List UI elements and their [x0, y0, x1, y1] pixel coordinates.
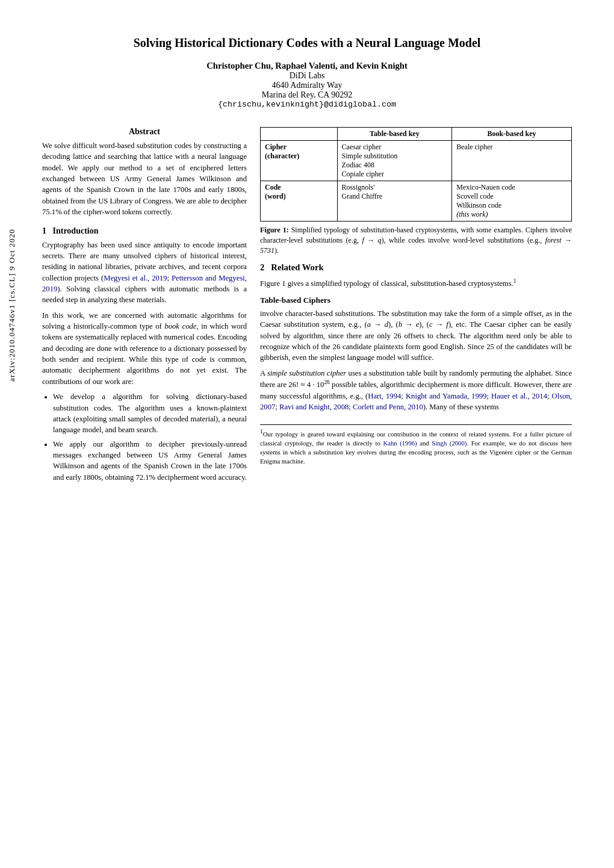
contribution-2: We apply our algorithm to decipher previ…	[53, 439, 247, 483]
table-row-code: Code(word) Rossignols'Grand Chiffre Mexi…	[261, 181, 572, 222]
footnote-ref-1: 1	[513, 278, 516, 284]
institution3: Marina del Rey, CA 90292	[42, 90, 572, 100]
ref-singh2000[interactable]: Singh (2000)	[432, 440, 467, 447]
arxiv-label: arXiv:2010.04746v1 [cs.CL] 9 Oct 2020	[7, 229, 17, 382]
ref-megyesi2019[interactable]: Megyesi et al., 2019	[104, 274, 167, 282]
section2-para1: Figure 1 gives a simplified typology of …	[260, 277, 572, 290]
footnote-area: 1Our typology is geared toward explainin…	[260, 424, 572, 466]
section1-heading: Introduction	[53, 226, 99, 235]
contribution-1: We develop a algorithm for solving dicti…	[53, 391, 247, 435]
classification-table: Table-based key Book-based key Cipher(ch…	[260, 127, 572, 222]
col-header-empty	[261, 128, 338, 141]
right-column: Table-based key Book-based key Cipher(ch…	[260, 127, 572, 487]
email: {chrischu,kevinknight}@didiglobal.com	[42, 100, 572, 109]
col-header-book-key: Book-based key	[452, 128, 572, 141]
section1-para2: In this work, we are concerned with auto…	[42, 310, 247, 388]
subsection-table-ciphers: Table-based Ciphers	[260, 296, 572, 305]
table-row-cipher: Cipher(character) Caesar cipherSimple su…	[261, 141, 572, 181]
abstract-title: Abstract	[42, 127, 247, 137]
main-content: Abstract We solve difficult word-based s…	[42, 127, 572, 487]
figure1: Table-based key Book-based key Cipher(ch…	[260, 127, 572, 255]
section2-number: 2	[260, 262, 264, 272]
section1-number: 1	[42, 226, 46, 235]
code-table-based: Rossignols'Grand Chiffre	[337, 181, 452, 222]
abstract-text: We solve difficult word-based substituti…	[42, 140, 247, 218]
section2-heading: Related Work	[271, 262, 323, 272]
ref-ravi2008[interactable]: Ravi and Knight, 2008	[279, 403, 349, 411]
figure1-label: Figure 1:	[260, 226, 289, 234]
left-column: Abstract We solve difficult word-based s…	[42, 127, 247, 487]
section2-para3: A simple substitution cipher uses a subs…	[260, 368, 572, 413]
section1-para1: Cryptography has been used since antiqui…	[42, 240, 247, 306]
cipher-table-based: Caesar cipherSimple substitutionZodiac 4…	[337, 141, 452, 181]
institution1: DiDi Labs	[42, 71, 572, 81]
row-label-cipher: Cipher(character)	[261, 141, 338, 181]
figure1-caption: Figure 1: Simplified typology of substit…	[260, 225, 572, 255]
ref-hauer2014[interactable]: Hauer et al., 2014	[491, 392, 547, 400]
ref-kahn1996[interactable]: Kahn (1996)	[383, 440, 417, 447]
section1-title: 1 Introduction	[42, 226, 247, 236]
author-names: Christopher Chu, Raphael Valenti, and Ke…	[42, 61, 572, 71]
abstract-box: Abstract We solve difficult word-based s…	[42, 127, 247, 218]
section2-para2: involve character-based substitutions. T…	[260, 308, 572, 364]
section2-title: 2 Related Work	[260, 262, 572, 273]
cipher-book-based: Beale cipher	[452, 141, 572, 181]
row-label-code: Code(word)	[261, 181, 338, 222]
footnote-1: 1Our typology is geared toward explainin…	[260, 428, 572, 466]
authors-block: Christopher Chu, Raphael Valenti, and Ke…	[42, 61, 572, 109]
institution2: 4640 Admiralty Way	[42, 81, 572, 90]
ref-knight1999[interactable]: Knight and Yamada, 1999	[406, 392, 487, 400]
ref-hart1994[interactable]: Hart, 1994	[368, 392, 401, 400]
ref-corlett2010[interactable]: Corlett and Penn, 2010	[353, 403, 423, 411]
footnote-num-1: 1	[260, 429, 263, 435]
code-book-based: Mexico-Nauen codeScovell codeWilkinson c…	[452, 181, 572, 222]
page-title: Solving Historical Dictionary Codes with…	[42, 36, 572, 50]
contributions-list: We develop a algorithm for solving dicti…	[53, 391, 247, 483]
col-header-table-key: Table-based key	[337, 128, 452, 141]
